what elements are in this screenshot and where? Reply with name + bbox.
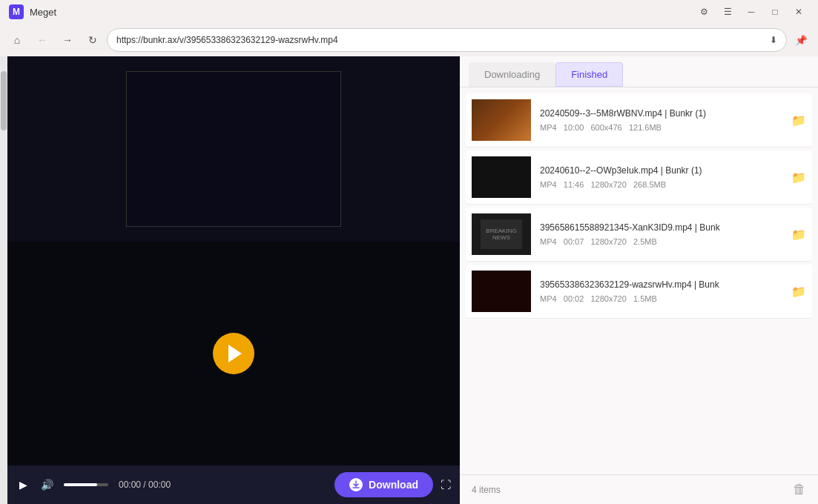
download-button-icon: [349, 478, 363, 491]
item-thumbnail: [472, 156, 531, 198]
video-player: ▶ 🔊 00:00 / 00:00 Download: [7, 242, 460, 504]
fullscreen-button[interactable]: ⛶: [441, 479, 451, 491]
download-button-label: Download: [369, 479, 418, 491]
left-scrollbar[interactable]: [0, 56, 7, 504]
main-content: ▶ 🔊 00:00 / 00:00 Download: [0, 56, 818, 504]
video-main-area[interactable]: [7, 242, 460, 465]
item-title: 20240610--2--OWp3eIuk.mp4 | Bunkr (1): [540, 165, 782, 177]
left-panel: ▶ 🔊 00:00 / 00:00 Download: [0, 56, 460, 504]
open-folder-icon[interactable]: 📁: [791, 113, 806, 127]
menu-button[interactable]: ☰: [717, 4, 738, 20]
right-panel: Downloading Finished 20240509--3--5M8rWB…: [460, 56, 818, 504]
download-list: 20240509--3--5M8rWBNV.mp4 | Bunkr (1) MP…: [460, 87, 818, 474]
back-button[interactable]: ←: [31, 29, 53, 51]
tabs-bar: Downloading Finished: [460, 56, 818, 87]
items-count: 4 items: [472, 485, 501, 495]
list-item: 20240610--2--OWp3eIuk.mp4 | Bunkr (1) MP…: [466, 150, 812, 205]
video-preview: [7, 56, 460, 242]
item-meta: MP4 10:00 600x476 121.6MB: [540, 123, 782, 132]
item-title: 395658615588921345-XanK3ID9.mp4 | Bunk: [540, 222, 782, 234]
titlebar: M Meget ⚙ ☰ ─ □ ✕: [0, 0, 818, 24]
minimize-button[interactable]: ─: [741, 4, 762, 20]
app-icon: M: [9, 4, 24, 19]
volume-slider[interactable]: [64, 483, 108, 486]
maximize-button[interactable]: □: [765, 4, 785, 20]
item-info: 395658615588921345-XanK3ID9.mp4 | Bunk M…: [540, 222, 782, 246]
trash-button[interactable]: 🗑: [793, 482, 806, 497]
app-title: Meget: [30, 7, 693, 18]
item-meta: MP4 11:46 1280x720 268.5MB: [540, 180, 782, 189]
item-meta: MP4 00:07 1280x720 2.5MB: [540, 237, 782, 246]
tab-downloading[interactable]: Downloading: [469, 62, 555, 87]
item-info: 20240610--2--OWp3eIuk.mp4 | Bunkr (1) MP…: [540, 165, 782, 189]
time-display: 00:00 / 00:00: [119, 480, 171, 490]
scroll-thumb[interactable]: [1, 71, 7, 130]
tab-finished[interactable]: Finished: [555, 62, 623, 87]
item-info: 20240509--3--5M8rWBNV.mp4 | Bunkr (1) MP…: [540, 108, 782, 132]
video-thumbnail: [126, 71, 341, 227]
item-title: 395653386323632129-wazsrwHv.mp4 | Bunk: [540, 279, 782, 291]
item-thumbnail: [472, 271, 531, 312]
open-folder-icon[interactable]: 📁: [791, 285, 806, 299]
home-button[interactable]: ⌂: [6, 29, 28, 51]
volume-button[interactable]: 🔊: [38, 476, 56, 494]
close-button[interactable]: ✕: [788, 4, 809, 20]
svg-text:M: M: [13, 7, 20, 17]
window-controls: ⚙ ☰ ─ □ ✕: [693, 4, 809, 20]
item-info: 395653386323632129-wazsrwHv.mp4 | Bunk M…: [540, 279, 782, 303]
navbar: ⌂ ← → ↻ https://bunkr.ax/v/3956533863236…: [0, 24, 818, 56]
settings-button[interactable]: ⚙: [693, 4, 714, 20]
item-thumbnail: BREAKINGNEWS: [472, 213, 531, 255]
item-meta: MP4 00:02 1280x720 1.5MB: [540, 294, 782, 303]
list-item: 20240509--3--5M8rWBNV.mp4 | Bunkr (1) MP…: [466, 93, 812, 147]
play-pause-button[interactable]: ▶: [16, 476, 30, 494]
play-triangle-icon: [228, 345, 242, 362]
open-folder-icon[interactable]: 📁: [791, 228, 806, 242]
url-bar[interactable]: https://bunkr.ax/v/395653386323632129-wa…: [107, 28, 787, 52]
url-text: https://bunkr.ax/v/395653386323632129-wa…: [116, 35, 764, 45]
item-title: 20240509--3--5M8rWBNV.mp4 | Bunkr (1): [540, 108, 782, 120]
volume-fill: [64, 483, 97, 486]
forward-button[interactable]: →: [56, 29, 79, 51]
play-button-large[interactable]: [213, 333, 254, 374]
list-item: 395653386323632129-wazsrwHv.mp4 | Bunk M…: [466, 265, 812, 319]
download-url-icon[interactable]: ⬇: [770, 35, 777, 45]
browser-panel: ▶ 🔊 00:00 / 00:00 Download: [7, 56, 460, 504]
download-button[interactable]: Download: [334, 472, 433, 497]
open-folder-icon[interactable]: 📁: [791, 170, 806, 185]
item-thumbnail: [472, 99, 531, 141]
list-footer: 4 items 🗑: [460, 474, 818, 504]
pin-button[interactable]: 📌: [790, 29, 812, 51]
video-controls-bar: ▶ 🔊 00:00 / 00:00 Download: [7, 465, 460, 504]
refresh-button[interactable]: ↻: [82, 29, 104, 51]
list-item: BREAKINGNEWS 395658615588921345-XanK3ID9…: [466, 208, 812, 262]
